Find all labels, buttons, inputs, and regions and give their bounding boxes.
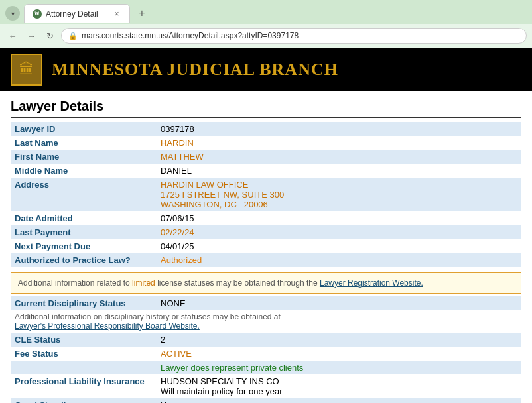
field-value: HARDIN LAW OFFICE 1725 I STREET NW, SUIT…	[157, 178, 521, 211]
field-value: MATTHEW	[157, 150, 521, 164]
table-row: Professional Liability Insurance HUDSON …	[11, 374, 521, 398]
table-row: Authorized to Practice Law? Authorized	[11, 253, 521, 267]
field-value: HUDSON SPECIALTY INS CO Will maintain po…	[157, 374, 521, 398]
field-value: Yes	[157, 398, 521, 403]
field-label	[11, 361, 157, 374]
dropdown-icon: ▾	[11, 10, 15, 17]
address-bar-row: ← → ↻ 🔒 mars.courts.state.mn.us/Attorney…	[0, 24, 532, 48]
tab-favicon: 🏛	[33, 9, 42, 19]
disc-note-text: Additional information on disciplinary h…	[15, 312, 281, 321]
table-row: Last Name HARDIN	[11, 136, 521, 150]
page-title: Lawyer Details	[11, 99, 521, 118]
field-label: Last Name	[11, 136, 157, 150]
active-tab[interactable]: 🏛 Attorney Detail ×	[24, 4, 130, 23]
field-label: Lawyer ID	[11, 122, 157, 136]
field-label: Current Disciplinary Status	[11, 296, 157, 310]
address-bar[interactable]: 🔒 mars.courts.state.mn.us/AttorneyDetail…	[61, 28, 527, 44]
tab-dropdown-button[interactable]: ▾	[5, 6, 20, 21]
field-label: Next Payment Due	[11, 239, 157, 253]
table-row: Middle Name DANIEL	[11, 164, 521, 178]
table-row: Date Admitted 07/06/15	[11, 211, 521, 225]
table-row: Current Disciplinary Status NONE	[11, 296, 521, 310]
browser-chrome: ▾ 🏛 Attorney Detail × + ← → ↻ 🔒 mars.cou…	[0, 0, 532, 48]
field-value: Lawyer does represent private clients	[157, 361, 521, 374]
disciplinary-table: Current Disciplinary Status NONE	[11, 296, 521, 310]
field-label: Middle Name	[11, 164, 157, 178]
field-label: Fee Status	[11, 347, 157, 361]
field-value: 2	[157, 333, 521, 347]
field-value: ACTIVE	[157, 347, 521, 361]
table-row: Next Payment Due 04/01/25	[11, 239, 521, 253]
table-row: Lawyer does represent private clients	[11, 361, 521, 374]
table-row: CLE Status 2	[11, 333, 521, 347]
field-label: Good Standing:	[11, 398, 157, 403]
table-row: Address HARDIN LAW OFFICE 1725 I STREET …	[11, 178, 521, 211]
field-value: 02/22/24	[157, 225, 521, 239]
tab-close-button[interactable]: ×	[112, 9, 121, 19]
lock-icon: 🔒	[68, 32, 78, 40]
info-box-text: Additional information related to limite…	[18, 278, 320, 288]
table-row: Lawyer ID 0397178	[11, 122, 521, 136]
field-label: Address	[11, 178, 157, 211]
field-label: Authorized to Practice Law?	[11, 253, 157, 267]
field-value: Authorized	[157, 253, 521, 267]
field-label: Last Payment	[11, 225, 157, 239]
header-logo: 🏛	[11, 54, 42, 86]
prb-link[interactable]: Lawyer's Professional Responsibility Boa…	[15, 321, 200, 331]
logo-icon: 🏛	[19, 61, 34, 78]
table-row: Last Payment 02/22/24	[11, 225, 521, 239]
field-value: HARDIN	[157, 136, 521, 150]
field-value: 04/01/25	[157, 239, 521, 253]
nav-back-button[interactable]: ←	[5, 29, 20, 43]
field-value: DANIEL	[157, 164, 521, 178]
table-row: Good Standing: Yes	[11, 398, 521, 403]
address-text: mars.courts.state.mn.us/AttorneyDetail.a…	[82, 31, 299, 40]
disciplinary-note: Additional information on disciplinary h…	[11, 310, 521, 333]
page-content: 🏛 MINNESOTA JUDICIAL BRANCH Lawyer Detai…	[0, 48, 532, 403]
field-value: 07/06/15	[157, 211, 521, 225]
table-row: Fee Status ACTIVE	[11, 347, 521, 361]
status-table: CLE Status 2 Fee Status ACTIVE Lawyer do…	[11, 333, 521, 403]
new-tab-button[interactable]: +	[134, 5, 150, 21]
lawyer-registration-link[interactable]: Lawyer Registration Website.	[320, 278, 423, 288]
table-row: First Name MATTHEW	[11, 150, 521, 164]
nav-refresh-button[interactable]: ↻	[42, 29, 57, 43]
field-label: Date Admitted	[11, 211, 157, 225]
main-content: Lawyer Details Lawyer ID 0397178 Last Na…	[0, 91, 532, 403]
field-label: CLE Status	[11, 333, 157, 347]
field-value: NONE	[157, 296, 521, 310]
site-header: 🏛 MINNESOTA JUDICIAL BRANCH	[0, 48, 532, 91]
site-title: MINNESOTA JUDICIAL BRANCH	[52, 60, 338, 80]
nav-forward-button[interactable]: →	[24, 29, 38, 43]
field-value: 0397178	[157, 122, 521, 136]
tab-bar: ▾ 🏛 Attorney Detail × +	[0, 0, 532, 24]
field-label: First Name	[11, 150, 157, 164]
details-table: Lawyer ID 0397178 Last Name HARDIN First…	[11, 122, 521, 267]
tab-title-text: Attorney Detail	[46, 9, 108, 19]
field-label: Professional Liability Insurance	[11, 374, 157, 398]
info-box: Additional information related to limite…	[11, 272, 521, 294]
